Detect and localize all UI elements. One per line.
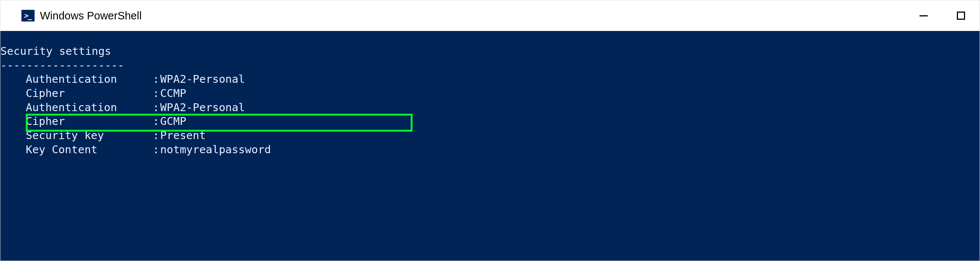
maximize-icon [957, 11, 965, 20]
minimize-button[interactable] [905, 0, 942, 31]
row-value: Present [160, 129, 206, 143]
window-controls [905, 0, 980, 31]
row-label: Authentication [0, 101, 153, 115]
row-colon: : [153, 143, 160, 157]
row-colon: : [153, 72, 160, 87]
maximize-button[interactable] [942, 0, 980, 31]
row-colon: : [153, 101, 160, 115]
row-value: CCMP [160, 87, 186, 101]
output-row: Authentication : WPA2-Personal [0, 101, 980, 115]
output-row: Security key : Present [0, 129, 980, 143]
powershell-icon: >_ [21, 10, 35, 22]
window-title: Windows PowerShell [40, 10, 142, 22]
output-row: Cipher : GCMP [0, 114, 980, 129]
row-colon: : [153, 87, 160, 101]
row-value: WPA2-Personal [160, 72, 245, 87]
row-label: Cipher [0, 87, 153, 101]
row-label: Cipher [0, 114, 153, 129]
terminal-output[interactable]: Security settings ------------------- Au… [0, 31, 980, 261]
section-title: Security settings [0, 44, 980, 59]
powershell-window: >_ Windows PowerShell Security settings … [0, 0, 980, 261]
row-colon: : [153, 114, 160, 129]
row-value: notmyrealpassword [160, 143, 271, 157]
minimize-icon [920, 15, 928, 16]
titlebar-left: >_ Windows PowerShell [21, 10, 142, 22]
row-label: Key Content [0, 143, 153, 157]
row-label: Authentication [0, 72, 153, 87]
output-row: Authentication : WPA2-Personal [0, 72, 980, 87]
powershell-icon-glyph: >_ [24, 11, 32, 20]
row-colon: : [153, 129, 160, 143]
row-label: Security key [0, 129, 153, 143]
section-divider: ------------------- [0, 59, 980, 73]
titlebar[interactable]: >_ Windows PowerShell [0, 0, 980, 31]
output-row: Cipher : CCMP [0, 87, 980, 101]
row-value: WPA2-Personal [160, 101, 245, 115]
row-value: GCMP [160, 114, 186, 129]
output-row-key-content: Key Content : notmyrealpassword [0, 143, 980, 157]
